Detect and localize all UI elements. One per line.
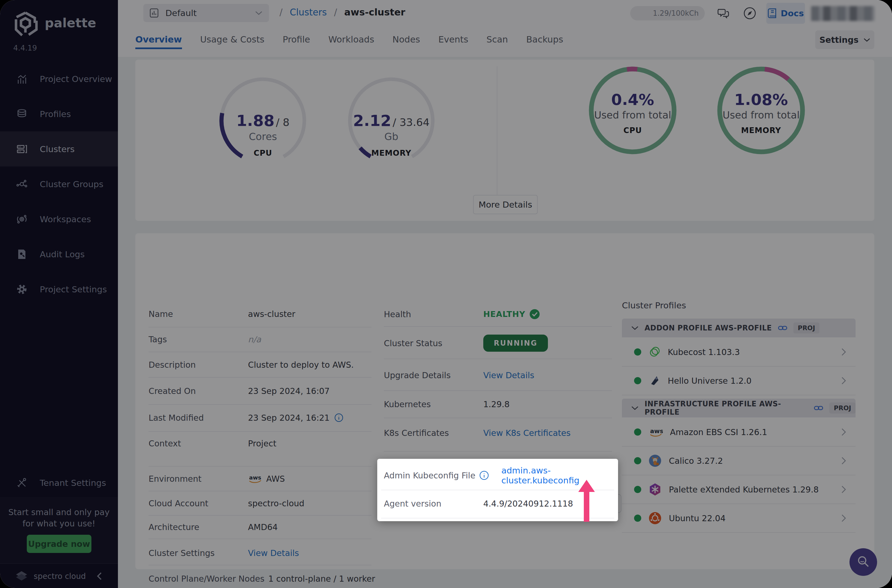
row-label: Admin Kubeconfig File bbox=[384, 471, 475, 480]
app-window: palette 4.4.19 Project Overview Profiles bbox=[0, 0, 892, 588]
pointer-arrow bbox=[577, 480, 596, 522]
app-root: palette 4.4.19 Project Overview Profiles bbox=[0, 0, 892, 588]
row-value: 4.4.9/20240912.1118 bbox=[483, 499, 573, 508]
info-icon[interactable] bbox=[479, 470, 489, 480]
row-label: Agent version bbox=[384, 499, 483, 508]
